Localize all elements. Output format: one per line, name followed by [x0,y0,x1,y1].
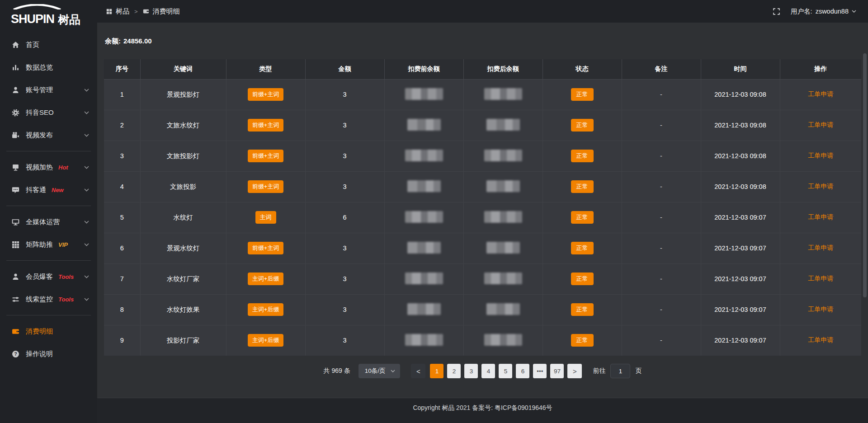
cell-type: 前缀+主词 [226,171,305,202]
page-button-1[interactable]: 1 [430,364,443,378]
redacted-value [484,150,522,161]
ticket-apply-link[interactable]: 工单申请 [808,336,833,343]
table-row: 3 文旅投影灯 前缀+主词 3 正常 - 2021-12-03 09:08 工单… [104,141,861,171]
sidebar-item-operation-guide[interactable]: ? 操作说明 [0,343,97,365]
cell-index: 5 [104,202,140,233]
cell-balance-before [384,233,463,263]
menu-divider [6,151,91,151]
chevron-down-icon [84,188,89,192]
redacted-value [407,180,441,192]
ticket-apply-link[interactable]: 工单申请 [808,183,833,190]
apps-icon [106,9,112,14]
cell-keyword: 文旅投影灯 [140,141,226,171]
type-badge: 前缀+主词 [248,150,284,162]
cell-index: 4 [104,171,140,202]
sidebar-item-lead-monitor[interactable]: 线索监控 Tools [0,288,97,310]
ticket-apply-link[interactable]: 工单申请 [808,90,833,98]
cell-balance-after [463,141,542,171]
sidebar-item-omnimedia-operation[interactable]: 全媒体运营 [0,211,97,233]
page-button-2[interactable]: 2 [447,364,461,378]
sidebar-item-video-publish[interactable]: 视频发布 [0,124,97,146]
page-size-select[interactable]: 10条/页 [359,364,401,378]
screen-board-icon [12,164,19,171]
cell-time: 2021-12-03 09:08 [701,141,780,171]
cell-index: 2 [104,110,140,141]
breadcrumb-home[interactable]: 树品 [116,7,129,16]
sidebar-item-consumption-detail[interactable]: 消费明细 [0,320,97,343]
sidebar-item-label: 视频发布 [26,131,53,140]
cell-status: 正常 [542,263,622,294]
ticket-apply-link[interactable]: 工单申请 [808,275,833,282]
sidebar-item-douyin-seo[interactable]: 抖音SEO [0,101,97,124]
cell-time: 2021-12-03 09:07 [701,294,780,325]
sidebar-item-video-heat[interactable]: 视频加热 Hot [0,156,97,179]
cell-keyword: 水纹灯效果 [140,294,226,325]
cell-remark: - [622,79,701,110]
breadcrumb-separator: > [134,8,138,15]
cell-balance-before [384,294,463,325]
chevron-down-icon [84,275,89,278]
page-button-97[interactable]: 97 [550,364,564,378]
next-page-button[interactable]: > [567,364,582,378]
chevron-down-icon [84,243,89,246]
ellipsis-pages-button[interactable]: ••• [533,364,547,378]
status-badge: 正常 [571,119,594,132]
cell-amount: 3 [305,325,384,356]
video-camera-icon [12,132,19,139]
sidebar-item-label: 视频加热 [26,163,53,172]
cell-type: 主词+后缀 [226,263,305,294]
sidebar-item-data-overview[interactable]: 数据总览 [0,56,97,79]
wallet-icon [143,8,149,14]
page-button-6[interactable]: 6 [516,364,529,378]
content: 余额:24856.00 序号 关键词 类型 金额 扣费前余额 扣费后余额 状态 … [97,23,868,398]
column-header-status: 状态 [542,59,622,79]
redacted-value [405,150,443,161]
sidebar-item-label: 数据总览 [26,63,53,72]
page-size-value: 10条/页 [365,367,386,375]
sidebar-item-matrix-boost[interactable]: 矩阵助推 VIP [0,233,97,256]
sidebar-item-label: 会员爆客 [26,273,53,281]
cell-balance-before [384,263,463,294]
footer: Copyright 树品 2021 备案号: 粤ICP备09019646号 [97,398,868,423]
sidebar-item-home[interactable]: 首页 [0,33,97,56]
cell-amount: 3 [305,141,384,171]
cell-index: 1 [104,79,140,110]
ticket-apply-link[interactable]: 工单申请 [808,152,833,159]
help-icon: ? [12,350,19,358]
fullscreen-icon[interactable] [773,8,780,15]
cell-action: 工单申请 [780,233,861,263]
sidebar-item-douketong[interactable]: 抖客通 New [0,179,97,201]
cell-type: 主词 [226,202,305,233]
column-header-index: 序号 [104,59,140,79]
scrollbar-thumb[interactable] [863,53,867,297]
user-menu[interactable]: 用户名: zswodun88 [791,7,856,16]
page-button-5[interactable]: 5 [499,364,512,378]
cell-balance-before [384,79,463,110]
ticket-apply-link[interactable]: 工单申请 [808,244,833,251]
status-badge: 正常 [571,88,594,101]
goto-page-input[interactable]: 1 [610,364,630,378]
cell-amount: 3 [305,110,384,141]
sidebar-item-account-management[interactable]: 账号管理 [0,79,97,101]
cell-time: 2021-12-03 09:07 [701,263,780,294]
member-icon [12,273,19,281]
cell-balance-before [384,110,463,141]
ticket-apply-link[interactable]: 工单申请 [808,213,833,221]
cell-balance-after [463,202,542,233]
table-header-row: 序号 关键词 类型 金额 扣费前余额 扣费后余额 状态 备注 时间 操作 [104,59,861,79]
status-badge: 正常 [571,211,594,224]
prev-page-button[interactable]: < [411,364,425,378]
username-label: 用户名: [791,7,812,16]
column-header-amount: 金额 [305,59,384,79]
ticket-apply-link[interactable]: 工单申请 [808,121,833,128]
cell-balance-after [463,110,542,141]
page-button-4[interactable]: 4 [481,364,495,378]
cell-amount: 3 [305,79,384,110]
redacted-value [407,303,441,315]
page-button-3[interactable]: 3 [464,364,478,378]
cell-status: 正常 [542,325,622,356]
ticket-apply-link[interactable]: 工单申请 [808,306,833,313]
sidebar-item-label: 操作说明 [26,350,53,358]
sliders-icon [12,296,19,303]
sidebar-item-member-burst[interactable]: 会员爆客 Tools [0,265,97,288]
